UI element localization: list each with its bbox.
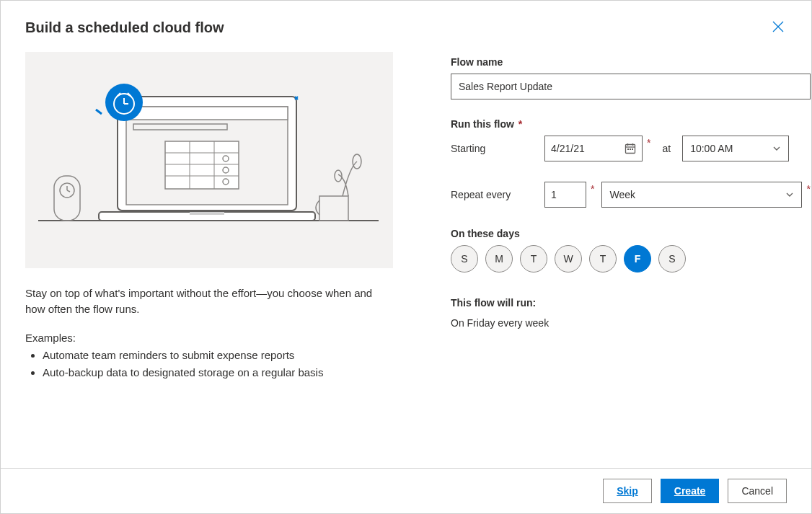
summary-label: This flow will run: bbox=[451, 297, 811, 309]
run-flow-label-text: Run this flow bbox=[451, 118, 514, 130]
flow-name-input[interactable] bbox=[451, 74, 811, 99]
svg-rect-9 bbox=[165, 141, 239, 189]
right-panel: Flow name Run this flow * Starting 4/21/… bbox=[451, 52, 811, 468]
flow-name-label: Flow name bbox=[451, 56, 811, 68]
repeat-unit-input[interactable]: Week bbox=[601, 182, 802, 208]
day-saturday[interactable]: S bbox=[658, 245, 686, 272]
summary-group: This flow will run: On Friday every week bbox=[451, 297, 811, 329]
required-mark: * bbox=[806, 183, 810, 195]
days-group: On these days S M T W T F S bbox=[451, 228, 811, 272]
day-monday[interactable]: M bbox=[485, 245, 513, 272]
starting-date-value: 4/21/21 bbox=[551, 143, 585, 154]
svg-rect-37 bbox=[632, 149, 633, 150]
svg-rect-7 bbox=[126, 107, 288, 120]
svg-line-22 bbox=[96, 110, 102, 114]
chevron-down-icon bbox=[772, 144, 781, 153]
example-item: Auto-backup data to designated storage o… bbox=[43, 364, 393, 381]
skip-button[interactable]: Skip bbox=[603, 479, 652, 503]
starting-label: Starting bbox=[451, 143, 537, 154]
repeat-label: Repeat every bbox=[451, 189, 537, 200]
run-flow-group: Run this flow * Starting 4/21/21 bbox=[451, 118, 811, 208]
day-thursday[interactable]: T bbox=[589, 245, 617, 272]
calendar-icon bbox=[625, 143, 636, 154]
dialog-title: Build a scheduled cloud flow bbox=[25, 19, 224, 36]
day-friday[interactable]: F bbox=[624, 245, 651, 272]
at-label: at bbox=[662, 143, 671, 154]
days-label: On these days bbox=[451, 228, 811, 239]
day-wednesday[interactable]: W bbox=[555, 245, 582, 272]
cancel-button[interactable]: Cancel bbox=[728, 479, 787, 503]
description-text: Stay on top of what's important without … bbox=[25, 285, 393, 317]
close-button[interactable] bbox=[769, 18, 787, 37]
run-flow-label: Run this flow * bbox=[451, 118, 811, 130]
starting-row: Starting 4/21/21 * bbox=[451, 136, 811, 161]
svg-rect-35 bbox=[627, 149, 629, 150]
dialog-footer: Skip Create Cancel bbox=[1, 468, 811, 513]
svg-line-28 bbox=[67, 190, 70, 192]
repeat-unit-value: Week bbox=[609, 189, 635, 200]
examples-list: Automate team reminders to submit expens… bbox=[25, 347, 393, 381]
examples-title: Examples: bbox=[25, 332, 393, 344]
day-sunday[interactable]: S bbox=[451, 245, 478, 272]
laptop-clock-illustration bbox=[25, 52, 393, 268]
required-mark: * bbox=[591, 183, 594, 195]
repeat-count-input[interactable] bbox=[544, 182, 586, 208]
svg-rect-6 bbox=[190, 212, 224, 215]
example-item: Automate team reminders to submit expens… bbox=[43, 347, 393, 364]
illustration bbox=[25, 52, 393, 268]
left-panel: Stay on top of what's important without … bbox=[25, 52, 393, 468]
close-icon bbox=[772, 21, 784, 32]
days-row: S M T W T F S bbox=[451, 245, 811, 272]
scheduled-flow-dialog: Build a scheduled cloud flow bbox=[0, 0, 812, 514]
flow-name-group: Flow name bbox=[451, 56, 811, 99]
starting-date-input[interactable]: 4/21/21 bbox=[544, 136, 643, 161]
summary-text: On Friday every week bbox=[451, 317, 811, 329]
day-tuesday[interactable]: T bbox=[520, 245, 547, 272]
starting-time-input[interactable]: 10:00 AM bbox=[682, 136, 789, 161]
chevron-down-icon bbox=[785, 190, 794, 199]
create-button[interactable]: Create bbox=[661, 479, 720, 503]
dialog-content: Stay on top of what's important without … bbox=[1, 45, 811, 468]
required-mark: * bbox=[647, 137, 650, 149]
required-mark: * bbox=[516, 118, 522, 130]
repeat-row: Repeat every * Week * bbox=[451, 182, 811, 208]
dialog-header: Build a scheduled cloud flow bbox=[1, 1, 811, 45]
starting-time-value: 10:00 AM bbox=[690, 143, 733, 154]
svg-rect-36 bbox=[630, 149, 631, 150]
